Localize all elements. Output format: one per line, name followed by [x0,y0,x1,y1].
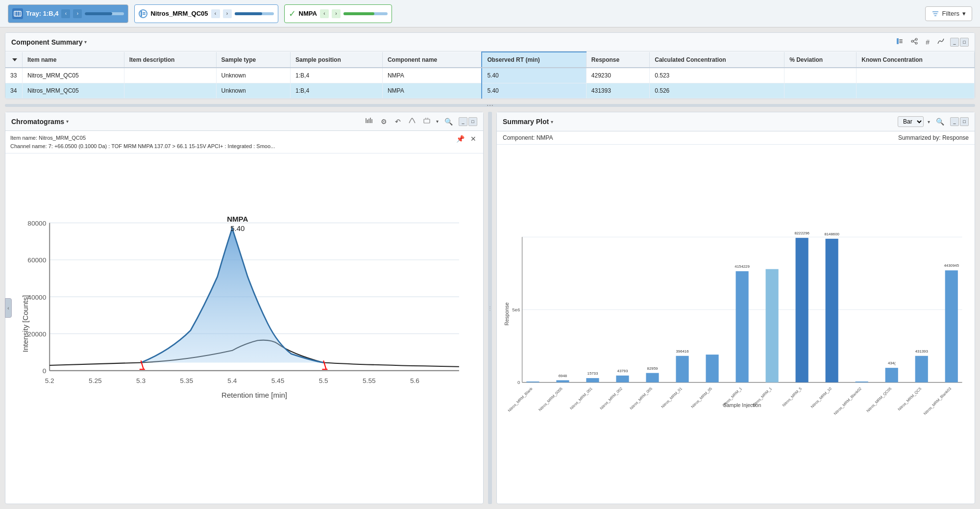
summary-plot-svg: Response 0 5e6 6948 [501,147,971,490]
curve-tool-btn[interactable] [935,37,946,47]
chrom-x-label: Retention time [min] [221,391,287,399]
method-icon [139,9,147,18]
bar-6-label: 396416 [676,349,689,354]
chromatogram-header: Chromatograms ▾ ⚙ ↶ [5,112,483,131]
compound-selector[interactable]: ✓ NMPA ‹ › [284,4,392,23]
chrom-minimize-btn[interactable]: _ [459,117,467,126]
bar-14-label: 431393 [915,349,929,354]
method-selector[interactable]: Nitros_MRM_QC05 ‹ › [134,4,278,23]
chrom-tools: ⚙ ↶ ▾ 🔍 [363,116,477,127]
chrom-chart-arrow[interactable]: ▾ [436,119,439,124]
cell-pct-dev [784,68,857,83]
col-component-name[interactable]: Component name [382,52,482,68]
summary-maximize-btn[interactable]: □ [960,117,969,126]
col-known-conc[interactable]: Known Concentration [857,52,975,68]
svg-rect-23 [371,119,372,123]
chrom-peaks-btn[interactable] [407,116,417,127]
svg-point-15 [911,40,913,42]
summary-plot-arrow[interactable]: ▾ [551,119,553,125]
table-row[interactable]: 33Nitros_MRM_QC05Unknown1:B,4NMPA5.40429… [5,68,975,83]
compound-check-icon: ✓ [289,8,296,19]
summary-minimize-btn[interactable]: _ [950,117,959,126]
filter-tool-btn[interactable] [894,37,905,47]
x-tick-5.3: 5.3 [136,377,146,384]
bar-10 [796,238,808,382]
bar-8 [736,271,749,382]
cell-sample-type: Unknown [216,83,291,99]
col-item-desc[interactable]: Item description [124,52,216,68]
chart-type-icon [423,117,430,124]
compound-prev-btn[interactable]: ‹ [320,9,329,18]
bottom-row: ‹ Chromatograms ▾ ⚙ ↶ [5,112,975,504]
tray-prev-btn[interactable]: ‹ [61,9,70,18]
col-pct-dev[interactable]: % Deviation [784,52,857,68]
tray-next-btn[interactable]: › [73,9,82,18]
chart-type-select[interactable]: Bar [898,116,924,127]
share-tool-btn[interactable] [909,37,920,47]
chrom-undo-btn[interactable]: ↶ [393,117,403,127]
x-tick-5.55: 5.55 [363,377,376,384]
method-prev-btn[interactable]: ‹ [211,9,220,18]
summary-zoom-btn[interactable]: 🔍 [934,117,946,127]
chrom-close-btn[interactable]: ✕ [468,134,478,144]
col-response[interactable]: Response [586,52,649,68]
x-label-11: Nitros_MRM_10 [810,386,833,409]
compound-next-btn[interactable]: › [332,9,341,18]
y-tick-0: 0 [43,367,47,375]
col-calc-conc[interactable]: Calculated Concentration [650,52,784,68]
x-label-6: Nitros_MRM_01 [661,386,683,409]
bar-13 [885,368,898,382]
x-label-14: Nitros_MRM_QC5 [897,386,923,411]
summary-window-btns: _ □ [950,117,969,126]
panel-divider[interactable] [5,104,975,107]
cell-response: 429230 [586,68,649,83]
chrom-pin-btn[interactable]: 📌 [454,134,466,144]
cell-sample-pos: 1:B,4 [291,83,383,99]
chrom-chart-type-btn[interactable] [421,116,432,127]
table-container: Item name Item description Sample type S… [5,51,975,99]
tray-selector[interactable]: Tray: 1:B,4 ‹ › [8,4,128,23]
table-row[interactable]: 34Nitros_MRM_QC05Unknown1:B,4NMPA5.40431… [5,83,975,99]
method-progress-fill [235,12,262,15]
window-buttons: _ □ [950,38,969,47]
panel-resize-handle[interactable] [488,112,492,504]
x-tick-5.6: 5.6 [410,377,419,384]
cell-calc-conc: 0.523 [650,68,784,83]
maximize-btn[interactable]: □ [960,38,969,47]
chrom-settings-btn[interactable]: ⚙ [379,117,389,127]
chrom-peak-rt: 5.40 [230,224,245,232]
filters-button[interactable]: Filters ▾ [925,6,972,21]
chrom-bars-btn[interactable] [363,116,375,127]
col-sort[interactable] [5,52,23,68]
summary-tools: Bar ▾ 🔍 _ □ [898,116,969,127]
chromatogram-arrow[interactable]: ▾ [66,119,69,124]
chrom-window-btns: _ □ [459,117,477,126]
y-tick-40k: 40000 [27,294,46,301]
cell-response: 431393 [586,83,649,99]
chart-type-arrow[interactable]: ▾ [928,119,930,125]
chrom-maximize-btn[interactable]: □ [468,117,477,126]
chrom-zoom-btn[interactable]: 🔍 [442,117,455,127]
svg-rect-22 [370,118,371,123]
x-tick-5.4: 5.4 [227,377,237,384]
col-observed-rt[interactable]: Observed RT (min) [482,52,586,68]
chrom-peak-fill [141,228,324,362]
svg-rect-13 [899,42,903,43]
chrom-close-btns: 📌 ✕ [454,134,478,144]
col-item-name[interactable]: Item name [23,52,124,68]
bar-3 [586,378,599,382]
bars-icon [365,117,373,124]
method-next-btn[interactable]: › [223,9,232,18]
component-summary-header: Component Summary ▾ [5,33,975,51]
col-sample-pos[interactable]: Sample position [291,52,383,68]
peaks-icon [409,117,416,124]
minimize-btn[interactable]: _ [950,38,959,47]
compound-label: NMPA [299,10,317,17]
x-label-2: Nitros_MRM_0005 [538,386,564,412]
hash-tool-btn[interactable]: # [924,37,931,47]
col-sample-type[interactable]: Sample type [216,52,291,68]
cell-pct-dev [784,83,857,99]
x-label-7: Nitros_MRM_05 [690,386,713,409]
svg-rect-21 [368,119,369,123]
component-summary-arrow[interactable]: ▾ [84,39,87,45]
